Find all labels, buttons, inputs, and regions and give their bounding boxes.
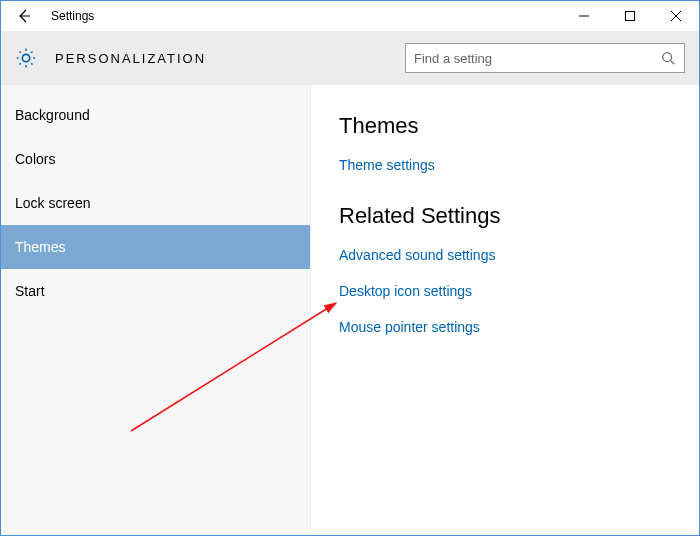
content-pane: Themes Theme settings Related Settings A…	[311, 85, 699, 535]
sidebar-item-label: Colors	[15, 151, 55, 167]
maximize-icon	[625, 11, 635, 21]
section-heading-related: Related Settings	[339, 203, 671, 229]
sidebar-item-colors[interactable]: Colors	[1, 137, 310, 181]
body-split: Background Colors Lock screen Themes Sta…	[1, 85, 699, 535]
sidebar-item-label: Start	[15, 283, 45, 299]
link-theme-settings[interactable]: Theme settings	[339, 157, 671, 173]
gear-icon	[15, 47, 37, 69]
sidebar-item-label: Themes	[15, 239, 66, 255]
header-band: PERSONALIZATION	[1, 31, 699, 85]
sidebar-item-lock-screen[interactable]: Lock screen	[1, 181, 310, 225]
maximize-button[interactable]	[607, 1, 653, 31]
sidebar-item-background[interactable]: Background	[1, 93, 310, 137]
titlebar: Settings	[1, 1, 699, 31]
link-desktop-icon[interactable]: Desktop icon settings	[339, 283, 671, 299]
sidebar-item-themes[interactable]: Themes	[1, 225, 310, 269]
sidebar-item-label: Lock screen	[15, 195, 90, 211]
sidebar-item-start[interactable]: Start	[1, 269, 310, 313]
close-icon	[671, 11, 681, 21]
search-box[interactable]	[405, 43, 685, 73]
minimize-icon	[579, 11, 589, 21]
section-heading-themes: Themes	[339, 113, 671, 139]
close-button[interactable]	[653, 1, 699, 31]
link-mouse-pointer[interactable]: Mouse pointer settings	[339, 319, 671, 335]
sidebar: Background Colors Lock screen Themes Sta…	[1, 85, 311, 535]
svg-rect-0	[626, 12, 635, 21]
search-input[interactable]	[414, 51, 660, 66]
minimize-button[interactable]	[561, 1, 607, 31]
sidebar-item-label: Background	[15, 107, 90, 123]
window-title: Settings	[51, 9, 94, 23]
svg-point-1	[663, 53, 672, 62]
back-button[interactable]	[1, 1, 47, 31]
link-advanced-sound[interactable]: Advanced sound settings	[339, 247, 671, 263]
category-title: PERSONALIZATION	[55, 51, 206, 66]
search-icon	[660, 51, 676, 65]
back-arrow-icon	[16, 8, 32, 24]
